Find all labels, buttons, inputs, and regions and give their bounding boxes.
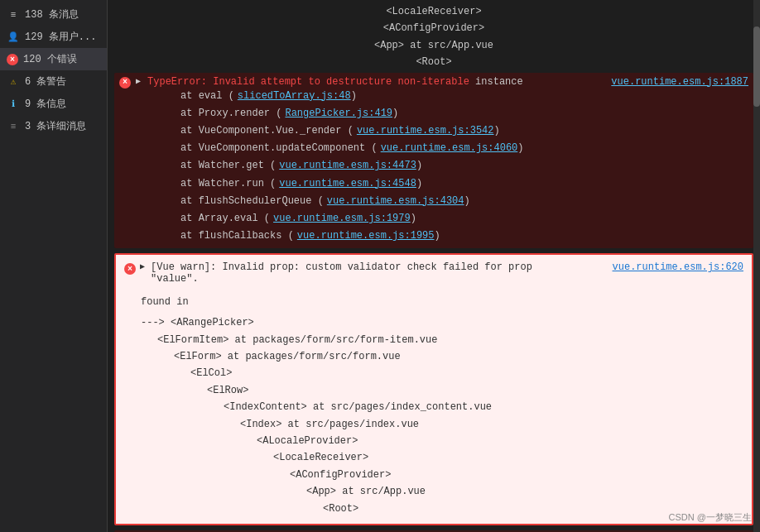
user-icon: 👤 <box>7 31 20 44</box>
vue-warn-1-tree: ---> <ARangePicker> <ElFormItem> at pack… <box>141 314 743 517</box>
tree-line-5: <IndexContent> at src/pages/index_conten… <box>141 399 743 415</box>
stack-line-6: at flushSchedulerQueue (vue.runtime.esm.… <box>147 193 748 210</box>
type-error-content: TypeError: Invalid attempt to destructur… <box>147 76 748 246</box>
log-area: <LocaleReceiver> <AConfigProvider> <App>… <box>108 0 760 532</box>
vue-warn-1-file-link[interactable]: vue.runtime.esm.js:620 <box>604 261 743 273</box>
tree-line-10: <App> at src/App.vue <box>141 483 743 500</box>
stack-line-0: at eval (slicedToArray.js:48) <box>147 88 748 105</box>
stack-line-app: <App> at src/App.vue <box>114 37 753 54</box>
info-icon: ℹ <box>7 98 20 111</box>
type-error-toggle[interactable]: ▶ <box>136 76 141 86</box>
sidebar-item-user[interactable]: 👤 129 条用户... <box>0 26 107 48</box>
tree-line-3: <ElCol> <box>141 365 743 381</box>
type-error-header: × ▶ TypeError: Invalid attempt to destru… <box>119 76 748 246</box>
type-error-file-link[interactable]: vue.runtime.esm.js:1887 <box>603 76 748 88</box>
top-center-stack: <LocaleReceiver> <AConfigProvider> <App>… <box>114 3 753 71</box>
vue-warn-1-left: × ▶ [Vue warn]: Invalid prop: custom val… <box>124 261 532 285</box>
verbose-icon: ≡ <box>7 120 20 133</box>
tree-line-4: <ElRow> <box>141 382 743 399</box>
error-icon: × <box>7 54 18 65</box>
vue-warn-1-message: [Vue warn]: Invalid prop: custom validat… <box>151 261 532 285</box>
sidebar-item-errors[interactable]: × 120 个错误 <box>0 48 107 70</box>
tree-line-1: <ElFormItem> at packages/form/src/form-i… <box>141 332 743 348</box>
vue-warn-1-entry: × ▶ [Vue warn]: Invalid prop: custom val… <box>114 253 753 525</box>
sidebar-item-warnings[interactable]: ⚠ 6 条警告 <box>0 70 107 93</box>
stack-line-aconfigprovider: <AConfigProvider> <box>114 20 753 36</box>
sidebar-item-verbose-label: 3 条详细消息 <box>25 119 86 133</box>
stack-line-7: at Array.eval (vue.runtime.esm.js:1979) <box>147 210 748 228</box>
stack-line-5: at Watcher.run (vue.runtime.esm.js:4548) <box>147 175 748 193</box>
sidebar-item-user-label: 129 条用户... <box>25 30 96 44</box>
type-error-message: TypeError: Invalid attempt to destructur… <box>147 76 523 88</box>
sidebar: ≡ 138 条消息 👤 129 条用户... × 120 个错误 ⚠ 6 条警告… <box>0 0 108 532</box>
tree-line-9: <AConfigProvider> <box>141 467 743 483</box>
type-error-top-row: TypeError: Invalid attempt to destructur… <box>147 76 748 88</box>
vue-warn-1-icon: × <box>124 263 136 275</box>
vue-warn-1-found-in: found in <box>141 296 743 308</box>
hamburger-icon: ≡ <box>7 8 20 22</box>
vue-warn-1-header-row: × ▶ [Vue warn]: Invalid prop: custom val… <box>124 261 743 285</box>
tree-line-6: <Index> at src/pages/index.vue <box>141 416 743 433</box>
stack-line-8: at flushCallbacks (vue.runtime.esm.js:19… <box>147 228 748 245</box>
type-error-entry: × ▶ TypeError: Invalid attempt to destru… <box>114 73 753 249</box>
type-error-icon: × <box>119 77 131 89</box>
tree-line-7: <ALocaleProvider> <box>141 433 743 449</box>
sidebar-item-info[interactable]: ℹ 9 条信息 <box>0 93 107 115</box>
spacer-1 <box>124 285 743 291</box>
tree-line-11: <Root> <box>141 501 743 517</box>
stack-line-localereceiver: <LocaleReceiver> <box>114 3 753 20</box>
scrollbar-thumb[interactable] <box>753 26 760 106</box>
scrollbar-track <box>753 0 760 532</box>
sidebar-item-all[interactable]: ≡ 138 条消息 <box>0 3 107 26</box>
tree-line-0: ---> <ARangePicker> <box>141 314 743 331</box>
type-error-stack: at eval (slicedToArray.js:48) at Proxy.r… <box>147 88 748 246</box>
watermark: CSDN @一梦晓三生 <box>669 511 752 524</box>
vue-warn-1-msg-line1: [Vue warn]: Invalid prop: custom validat… <box>151 261 532 273</box>
sidebar-item-all-label: 138 条消息 <box>25 7 79 22</box>
stack-line-4: at Watcher.get (vue.runtime.esm.js:4473) <box>147 157 748 175</box>
stack-line-3: at VueComponent.updateComponent (vue.run… <box>147 140 748 157</box>
stack-line-2: at VueComponent.Vue._render (vue.runtime… <box>147 122 748 140</box>
tree-line-8: <LocaleReceiver> <box>141 449 743 466</box>
stack-line-root: <Root> <box>114 54 753 70</box>
tree-line-2: <ElForm> at packages/form/src/form.vue <box>141 348 743 365</box>
stack-line-1: at Proxy.render (RangePicker.js:419) <box>147 105 748 122</box>
vue-warn-1-msg-line2: "value". <box>151 273 532 285</box>
warning-icon: ⚠ <box>7 75 20 89</box>
vue-warn-1-toggle[interactable]: ▶ <box>140 261 145 271</box>
sidebar-item-warnings-label: 6 条警告 <box>25 74 66 89</box>
sidebar-item-errors-label: 120 个错误 <box>23 52 77 66</box>
main-content: <LocaleReceiver> <AConfigProvider> <App>… <box>108 0 760 532</box>
sidebar-item-info-label: 9 条信息 <box>25 97 66 111</box>
sidebar-item-verbose[interactable]: ≡ 3 条详细消息 <box>0 115 107 137</box>
